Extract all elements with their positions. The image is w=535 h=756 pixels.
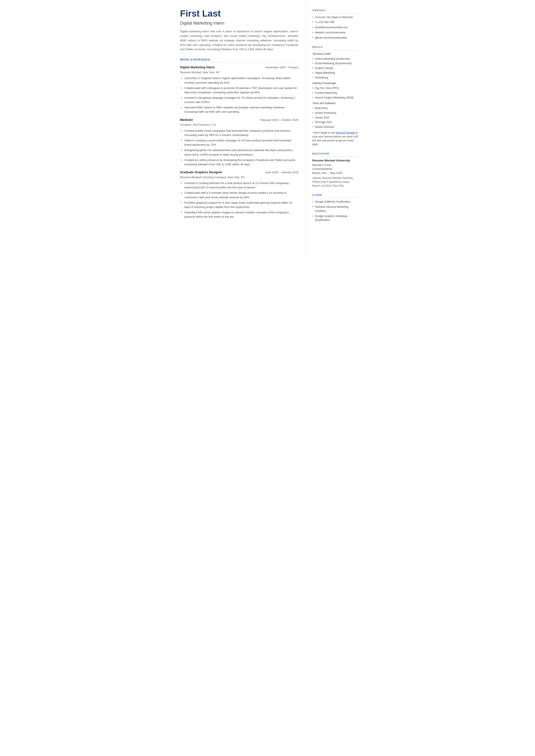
job-2-bullet-1: Created weekly email campaigns that prom… <box>180 129 298 137</box>
other-item-1: Google AdWords Certification. <box>312 200 358 204</box>
skills-section: SKILLS Technical Skills: Online Marketin… <box>312 45 358 146</box>
contact-list: Concord, NH (Open to Remote) +1-234-456-… <box>312 15 358 40</box>
education-section: EDUCATION Resume Worded University Bache… <box>312 152 358 188</box>
right-column: CONTACT Concord, NH (Open to Remote) +1-… <box>306 0 365 259</box>
job-2-dates: February 2019 – October 2020 <box>260 118 298 122</box>
job-3-bullet-1: Assisted in creating direction for a new… <box>180 181 298 190</box>
education-title: EDUCATION <box>312 152 358 157</box>
skill-13: Adobe Illustrator <box>312 125 358 129</box>
skill-6: Pay Per Click (PPC) <box>312 86 358 90</box>
left-column: First Last Digital Marketing Intern Digi… <box>171 0 306 259</box>
job-3-bullet-4: Submitted 340 vector graphic images to e… <box>180 210 298 219</box>
other-section: OTHER Google AdWords Certification. HubS… <box>312 193 358 222</box>
job-2: Marketer February 2019 – October 2020 Gr… <box>180 118 298 167</box>
skill-3: Graphic Design <box>312 66 358 70</box>
skills-title: SKILLS <box>312 45 358 50</box>
candidate-title: Digital Marketing Intern <box>180 20 298 26</box>
job-3-bullets: Assisted in creating direction for a new… <box>180 181 298 219</box>
job-1-title: Digital Marketing Intern <box>180 65 215 70</box>
job-3-title: Graduate Graphics Designer <box>180 170 223 175</box>
job-2-bullet-3: Designed graphics for advertisements and… <box>180 148 298 157</box>
job-1-bullet-4: Attracted 800K visitors to RW's website … <box>180 105 298 114</box>
job-1-bullet-3: Assisted in designing campaign strategie… <box>180 96 298 104</box>
candidate-summary: Digital marketing intern with over 4 yea… <box>180 29 298 52</box>
skill-9: MailChimp <box>312 106 358 110</box>
contact-title: CONTACT <box>312 9 358 14</box>
contact-section: CONTACT Concord, NH (Open to Remote) +1-… <box>312 9 358 40</box>
skill-11: Tanner EDA <box>312 116 358 120</box>
skill-7: Content Marketing <box>312 91 358 95</box>
edu-field: Communications <box>312 167 358 171</box>
skill-8: Search Engine Marketing (SEM) <box>312 96 358 100</box>
skills-cat-1: Technical Skills: <box>312 52 358 56</box>
skills-cat-3: Tools and Software: <box>312 101 358 105</box>
edu-school: Resume Worded University <box>312 158 358 163</box>
header-section: First Last Digital Marketing Intern Digi… <box>180 9 298 52</box>
contact-email: email@resumeworded.com <box>312 25 358 30</box>
job-2-bullet-4: Created an online presence by developing… <box>180 158 298 167</box>
other-title: OTHER <box>312 193 358 198</box>
promo-text: • Don't forget to use Resume Worded to s… <box>312 131 358 146</box>
contact-phone: +1-234-456-789 <box>312 20 358 24</box>
job-1-bullets: Launched 17 targeted search engine optim… <box>180 76 298 114</box>
job-1-dates: November 2020 – Present <box>266 65 298 70</box>
job-3-bullet-2: Collaborated with a 5-member team whose … <box>180 191 298 199</box>
job-1-company: Resume Worded, New York, NY <box>180 70 298 74</box>
work-experience-section: WORK EXPERIENCE Digital Marketing Intern… <box>180 58 298 219</box>
job-1-bullet-2: Collaborated with colleagues to promote … <box>180 86 298 95</box>
contact-github: github.com/resumeworded <box>312 36 358 40</box>
job-3-bullet-3: Provided graphical support for 8 new, la… <box>180 201 298 209</box>
edu-degree: Bachelor of Arts <box>312 163 358 167</box>
job-2-header: Marketer February 2019 – October 2020 <box>180 118 298 123</box>
edu-awards: Awards: Resume Worded Teaching Fellow (o… <box>312 176 358 188</box>
candidate-name: First Last <box>180 9 298 18</box>
other-item-2: HubSpot Inbound Marketing Certified.) <box>312 205 358 213</box>
skills-cat-2: Industry Knowledge: <box>312 81 358 85</box>
contact-location: Concord, NH (Open to Remote) <box>312 15 358 19</box>
job-1: Digital Marketing Intern November 2020 –… <box>180 65 298 114</box>
skill-5: Advertising <box>312 76 358 80</box>
resume-page: First Last Digital Marketing Intern Digi… <box>171 0 365 259</box>
job-2-bullet-2: Aided in creating a social media campaig… <box>180 138 298 147</box>
job-1-bullet-1: Launched 17 targeted search engine optim… <box>180 76 298 85</box>
work-experience-title: WORK EXPERIENCE <box>180 58 298 63</box>
job-3-dates: June 2018 – January 2019 <box>265 170 298 175</box>
skill-1: Online Marketing (Advanced) <box>312 57 358 61</box>
skill-4: Digital Marketing <box>312 71 358 75</box>
promo-link[interactable]: Resume Worded <box>336 131 355 134</box>
job-3-header: Graduate Graphics Designer June 2018 – J… <box>180 170 298 175</box>
job-2-company: Growthsi, San Francisco, CA <box>180 123 298 127</box>
other-item-3: Google Analytics Individual Qualificatio… <box>312 214 358 222</box>
contact-linkedin: linkedin.com/in/username <box>312 31 358 35</box>
skills-list-tools: MailChimp Adobe Photoshop Tanner EDA Off… <box>312 106 358 129</box>
other-list: Google AdWords Certification. HubSpot In… <box>312 200 358 222</box>
job-1-header: Digital Marketing Intern November 2020 –… <box>180 65 298 70</box>
skills-list-industry: Pay Per Click (PPC) Content Marketing Se… <box>312 86 358 99</box>
job-3: Graduate Graphics Designer June 2018 – J… <box>180 170 298 219</box>
skill-10: Adobe Photoshop <box>312 111 358 115</box>
edu-location-date: Boston, MA — May 2018 <box>312 171 358 175</box>
job-2-title: Marketer <box>180 118 193 123</box>
skill-12: Off-Page SEO <box>312 120 358 124</box>
skill-2: Email Marketing (Experienced) <box>312 61 358 66</box>
job-3-company: Resume Worded's Exciting Company, New Yo… <box>180 175 298 180</box>
skills-list-technical: Online Marketing (Advanced) Email Market… <box>312 57 358 80</box>
job-2-bullets: Created weekly email campaigns that prom… <box>180 129 298 167</box>
